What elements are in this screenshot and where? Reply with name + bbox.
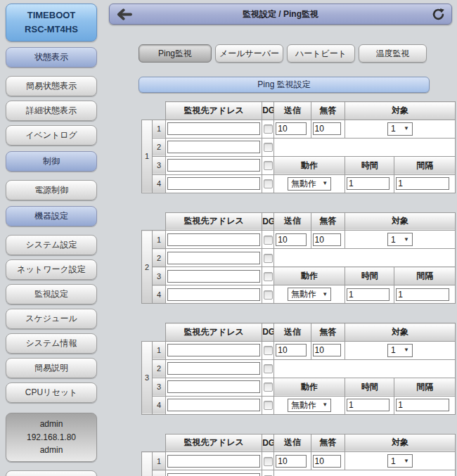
tab-mail-server[interactable]: メールサーバー <box>215 44 283 63</box>
sidebar-item-event-log[interactable]: イベントログ <box>6 125 97 146</box>
noreply-count-input[interactable] <box>313 455 341 468</box>
header-spacer <box>153 434 166 452</box>
dg-checkbox[interactable] <box>264 254 273 263</box>
dg-checkbox[interactable] <box>264 161 273 170</box>
address-input[interactable] <box>167 455 260 468</box>
column-header-send: 送信 <box>274 323 311 342</box>
address-input[interactable] <box>167 473 260 476</box>
dg-checkbox[interactable] <box>264 124 273 134</box>
time-input[interactable] <box>347 177 390 190</box>
dg-checkbox[interactable] <box>264 236 273 245</box>
column-header-action: 動作 <box>274 378 345 396</box>
noreply-count-input[interactable] <box>313 233 341 246</box>
tab-heartbeat[interactable]: ハートビート <box>287 44 355 63</box>
section-device-settings[interactable]: 機器設定 <box>6 206 97 226</box>
refresh-icon[interactable] <box>432 8 445 21</box>
ping-group-table: 監視先アドレス DG 送信 無答 対象 1 1 1 ▼ 2 <box>141 101 456 193</box>
dg-checkbox[interactable] <box>264 143 273 152</box>
action-select[interactable]: 無動作 ▼ <box>288 288 331 301</box>
tab-temperature-monitor[interactable]: 温度監視 <box>359 44 427 63</box>
sidebar-item-schedule[interactable]: スケジュール <box>6 309 97 329</box>
send-count-input[interactable] <box>276 122 307 135</box>
ping-group-table: 監視先アドレス DG 送信 無答 対象 3 1 1 ▼ 2 <box>141 323 456 415</box>
empty-cell <box>274 138 456 156</box>
chevron-down-icon: ▼ <box>322 402 328 408</box>
device-title-button[interactable]: TIMEBOOT RSC-MT4HS <box>6 4 97 41</box>
interval-input[interactable] <box>396 399 449 411</box>
dg-checkbox[interactable] <box>264 179 273 188</box>
session-ip: 192.168.1.80 <box>8 431 95 444</box>
address-input[interactable] <box>167 122 260 135</box>
column-header-noreply: 無答 <box>311 212 345 231</box>
column-header-address: 監視先アドレス <box>166 212 262 231</box>
target-select[interactable]: 1 ▼ <box>387 454 413 468</box>
action-select-value: 無動作 <box>291 399 316 411</box>
column-header-target: 対象 <box>345 102 455 120</box>
sidebar-item-monitoring-settings[interactable]: 監視設定 <box>6 284 97 304</box>
address-input[interactable] <box>167 159 260 172</box>
header-spacer <box>153 212 166 231</box>
target-select[interactable]: 1 ▼ <box>387 344 413 357</box>
back-arrow-icon[interactable] <box>116 8 132 20</box>
header-spacer <box>142 434 153 452</box>
dg-checkbox[interactable] <box>264 401 273 410</box>
send-count-input[interactable] <box>276 344 307 356</box>
dg-checkbox[interactable] <box>264 346 273 355</box>
sidebar-item-quick-guide[interactable]: 簡易説明 <box>6 358 97 378</box>
column-header-send: 送信 <box>274 102 311 120</box>
group-number: 2 <box>142 231 153 304</box>
address-input[interactable] <box>167 270 260 283</box>
session-info-box: admin 192.168.1.80 admin <box>6 413 97 462</box>
section-status-display[interactable]: 状態表示 <box>6 47 97 67</box>
section-control[interactable]: 制御 <box>6 151 97 172</box>
dg-checkbox[interactable] <box>264 364 273 373</box>
address-input[interactable] <box>167 344 260 356</box>
send-count-input[interactable] <box>276 233 307 246</box>
page-title: 監視設定 / Ping監視 <box>110 8 451 20</box>
row-number: 1 <box>153 231 166 249</box>
page: { "colors": { "device_blue": "#6ea9e0", … <box>0 0 457 476</box>
dg-checkbox[interactable] <box>264 457 273 466</box>
address-input[interactable] <box>167 399 260 411</box>
sidebar-item-system-info[interactable]: システム情報 <box>6 333 97 354</box>
interval-input[interactable] <box>396 177 449 190</box>
interval-input[interactable] <box>396 288 449 301</box>
row-number: 4 <box>153 396 166 414</box>
dg-checkbox[interactable] <box>264 272 273 281</box>
tab-ping-monitor[interactable]: Ping監視 <box>139 44 212 63</box>
action-select-value: 無動作 <box>291 178 316 190</box>
chevron-down-icon: ▼ <box>404 126 409 131</box>
address-input[interactable] <box>167 362 260 375</box>
column-header-noreply: 無答 <box>311 434 345 452</box>
sidebar-item-network-settings[interactable]: ネットワーク設定 <box>6 259 97 280</box>
action-select[interactable]: 無動作 ▼ <box>288 177 331 191</box>
dg-checkbox[interactable] <box>264 290 273 300</box>
action-select[interactable]: 無動作 ▼ <box>288 399 331 412</box>
time-input[interactable] <box>347 399 390 411</box>
noreply-count-input[interactable] <box>313 344 341 356</box>
header-spacer <box>153 102 166 120</box>
sidebar-item-detailed-status-display[interactable]: 詳細状態表示 <box>6 101 97 121</box>
chevron-down-icon: ▼ <box>404 347 409 353</box>
column-header-interval: 間隔 <box>394 156 456 174</box>
sidebar-item-simple-status-display[interactable]: 簡易状態表示 <box>6 76 97 96</box>
column-header-send: 送信 <box>274 212 311 231</box>
address-input[interactable] <box>167 252 260 264</box>
sidebar-item-power-control[interactable]: 電源制御 <box>6 180 97 200</box>
sidebar-item-cpu-reset[interactable]: CPUリセット <box>6 382 97 403</box>
send-count-input[interactable] <box>276 455 307 468</box>
target-select-value: 1 <box>391 345 396 355</box>
address-input[interactable] <box>167 233 260 246</box>
address-input[interactable] <box>167 288 260 301</box>
noreply-count-input[interactable] <box>313 122 341 135</box>
address-input[interactable] <box>167 177 260 190</box>
address-input[interactable] <box>167 380 260 393</box>
ping-groups: 監視先アドレス DG 送信 無答 対象 1 1 1 ▼ 2 <box>141 101 452 476</box>
sidebar-item-system-settings[interactable]: システム設定 <box>6 235 97 255</box>
time-input[interactable] <box>347 288 390 301</box>
logout-button[interactable]: ログアウト <box>6 470 97 476</box>
address-input[interactable] <box>167 141 260 153</box>
target-select[interactable]: 1 ▼ <box>387 233 413 246</box>
dg-checkbox[interactable] <box>264 382 273 392</box>
target-select[interactable]: 1 ▼ <box>387 122 413 136</box>
